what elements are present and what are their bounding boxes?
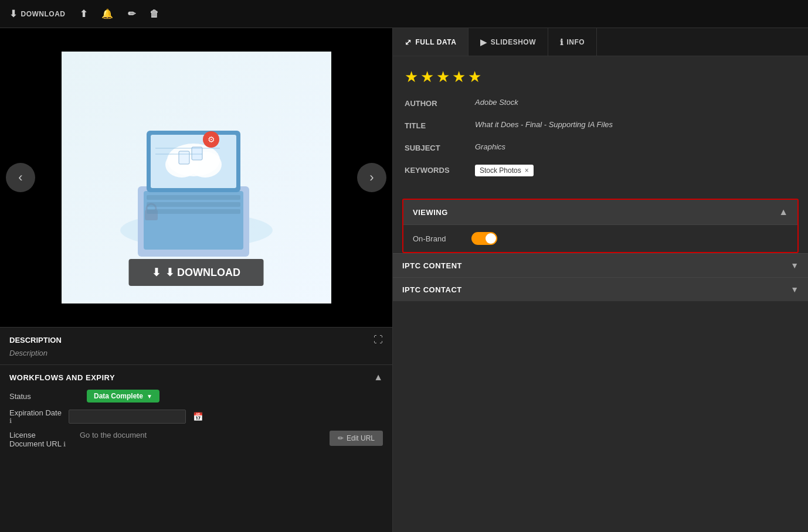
author-value: Adobe Stock <box>475 98 796 107</box>
description-title: DESCRIPTION <box>9 336 62 345</box>
expiration-row: Expiration Date ℹ 📅 <box>9 408 383 425</box>
svg-rect-18 <box>147 209 240 214</box>
svg-rect-9 <box>192 147 202 160</box>
iptc-contact-header[interactable]: IPTC CONTACT ▼ <box>393 277 808 301</box>
star-3[interactable]: ★ <box>436 68 450 86</box>
workflows-section: WORKFLOWS AND EXPIRY ▲ Status Data Compl… <box>0 364 392 532</box>
iptc-content-chevron-icon: ▼ <box>790 261 799 270</box>
description-text: Description <box>9 349 383 357</box>
image-download-button[interactable]: ⬇ ⬇ DOWNLOAD <box>128 259 264 286</box>
tab-slideshow[interactable]: ▶ SLIDESHOW <box>468 28 548 56</box>
bell-icon: 🔔 <box>101 8 114 19</box>
iptc-content-header[interactable]: IPTC CONTENT ▼ <box>393 253 808 277</box>
fulldata-icon: ⤢ <box>405 37 412 47</box>
edit-url-button[interactable]: ✏ Edit URL <box>330 431 383 446</box>
title-row: TITLE What it Does - Final - Supporting … <box>405 120 796 134</box>
license-label: License <box>9 431 80 439</box>
viewing-wrapper: VIEWING ▲ On-Brand <box>393 193 808 253</box>
star-1[interactable]: ★ <box>405 68 418 86</box>
viewing-section-header-row: VIEWING ▲ <box>403 200 797 225</box>
svg-rect-17 <box>147 202 240 207</box>
title-value: What it Does - Final - Supporting IA Fil… <box>475 120 796 129</box>
keywords-row: KEYWORDS Stock Photos × <box>405 165 796 179</box>
download-overlay-icon: ⬇ <box>152 266 161 279</box>
title-key: TITLE <box>405 120 475 130</box>
stars-row: ★ ★ ★ ★ ★ <box>405 68 796 86</box>
svg-text:⚙: ⚙ <box>207 135 215 144</box>
next-arrow-button[interactable]: › <box>357 163 386 192</box>
metadata-area: ★ ★ ★ ★ ★ AUTHOR Adobe Stock TITLE What … <box>393 56 808 193</box>
status-label: Status <box>9 392 80 401</box>
subject-key: SUBJECT <box>405 142 475 152</box>
tab-info[interactable]: ℹ INFO <box>548 28 597 56</box>
upload-icon: ⬆ <box>80 8 88 19</box>
svg-rect-8 <box>179 151 189 164</box>
toggle-slider <box>471 232 497 245</box>
brush-icon: ✏ <box>128 8 136 19</box>
viewing-header: VIEWING ▲ <box>413 207 788 217</box>
iptc-contact-section: IPTC CONTACT ▼ <box>393 277 808 301</box>
keywords-key: KEYWORDS <box>405 165 475 175</box>
right-tabs: ⤢ FULL DATA ▶ SLIDESHOW ℹ INFO <box>393 28 808 56</box>
iptc-contact-title: IPTC CONTACT <box>402 285 462 294</box>
iptc-contact-chevron-icon: ▼ <box>790 285 799 294</box>
author-key: AUTHOR <box>405 98 475 108</box>
star-4[interactable]: ★ <box>452 68 466 86</box>
expiration-label: Expiration Date <box>9 408 62 417</box>
star-2[interactable]: ★ <box>420 68 434 86</box>
workflows-title: WORKFLOWS AND EXPIRY <box>9 373 115 382</box>
svg-rect-16 <box>147 195 240 200</box>
right-panel: ⤢ FULL DATA ▶ SLIDESHOW ℹ INFO ★ ★ ★ ★ ★ <box>393 28 808 532</box>
description-section: DESCRIPTION ⛶ Description <box>0 327 392 364</box>
document-url-link[interactable]: Go to the document <box>80 431 320 439</box>
iptc-content-title: IPTC CONTENT <box>402 261 462 270</box>
keyword-remove-button[interactable]: × <box>525 166 529 175</box>
chevron-right-icon: › <box>369 170 374 185</box>
viewing-section: VIEWING ▲ On-Brand <box>402 199 799 253</box>
keywords-container: Stock Photos × <box>475 165 534 176</box>
expand-icon[interactable]: ⛶ <box>374 335 383 345</box>
download-icon: ⬇ <box>9 8 18 19</box>
left-panel: ⚙ ⬇ ⬇ DOWNLOAD <box>0 28 393 532</box>
image-container: ⚙ ⬇ ⬇ DOWNLOAD <box>62 52 331 303</box>
image-area: ⚙ ⬇ ⬇ DOWNLOAD <box>0 28 392 327</box>
expiration-date-input[interactable] <box>69 410 186 424</box>
viewing-collapse-icon[interactable]: ▲ <box>779 207 788 217</box>
document-url-info-icon[interactable]: ℹ <box>63 441 66 448</box>
slideshow-icon: ▶ <box>480 37 487 47</box>
workflows-header: WORKFLOWS AND EXPIRY ▲ <box>9 372 383 383</box>
license-row: License Document URL ℹ Go to the documen… <box>9 431 383 448</box>
chevron-left-icon: ‹ <box>18 170 22 185</box>
workflows-collapse-icon[interactable]: ▲ <box>374 372 383 383</box>
tab-full-data[interactable]: ⤢ FULL DATA <box>393 28 468 56</box>
status-row: Status Data Complete <box>9 390 383 403</box>
info-tab-icon: ℹ <box>560 37 563 47</box>
pencil-icon: ✏ <box>338 434 344 442</box>
download-button[interactable]: ⬇ DOWNLOAD <box>9 8 66 19</box>
on-brand-toggle[interactable] <box>471 232 497 245</box>
subject-row: SUBJECT Graphics <box>405 142 796 156</box>
toolbar: ⬇ DOWNLOAD ⬆ 🔔 ✏ 🗑 <box>0 0 808 28</box>
author-row: AUTHOR Adobe Stock <box>405 98 796 112</box>
description-header: DESCRIPTION ⛶ <box>9 335 383 345</box>
star-5[interactable]: ★ <box>468 68 481 86</box>
prev-arrow-button[interactable]: ‹ <box>6 163 35 192</box>
calendar-icon[interactable]: 📅 <box>193 412 203 421</box>
viewing-content: On-Brand <box>403 225 797 252</box>
document-url-label: Document URL <box>9 439 61 448</box>
bell-button[interactable]: 🔔 <box>101 8 114 19</box>
expiration-info-icon[interactable]: ℹ <box>9 417 62 425</box>
status-badge[interactable]: Data Complete <box>87 390 159 403</box>
upload-button[interactable]: ⬆ <box>80 8 88 19</box>
main-layout: ⚙ ⬇ ⬇ DOWNLOAD <box>0 28 808 532</box>
keyword-tag-stock-photos: Stock Photos × <box>475 165 534 176</box>
on-brand-row: On-Brand <box>413 232 788 245</box>
subject-value: Graphics <box>475 142 796 151</box>
expiration-label-block: Expiration Date ℹ <box>9 408 62 425</box>
iptc-content-section: IPTC CONTENT ▼ <box>393 253 808 277</box>
on-brand-label: On-Brand <box>413 234 460 243</box>
trash-icon: 🗑 <box>150 9 159 19</box>
license-label-block: License Document URL ℹ <box>9 431 80 448</box>
brush-button[interactable]: ✏ <box>128 8 136 19</box>
trash-button[interactable]: 🗑 <box>150 9 159 19</box>
